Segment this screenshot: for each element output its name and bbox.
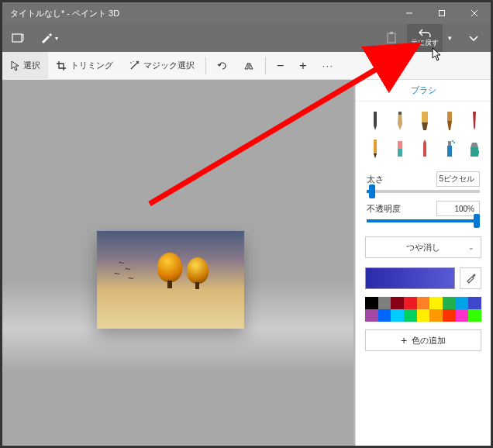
swatch[interactable]	[378, 297, 391, 309]
thickness-value[interactable]: 5ピクセル	[436, 171, 480, 187]
material-dropdown[interactable]: つや消し ⌄	[365, 236, 481, 258]
swatch[interactable]	[443, 309, 456, 322]
brush-preset-button[interactable]: ▾	[33, 24, 64, 52]
menu-button[interactable]	[2, 24, 33, 52]
swatch[interactable]	[468, 297, 481, 309]
opacity-label: 不透明度	[367, 203, 401, 215]
rotate-tool[interactable]	[209, 52, 236, 80]
svg-rect-5	[388, 33, 395, 43]
zoom-out[interactable]: −	[269, 52, 291, 80]
swatch[interactable]	[468, 309, 481, 322]
brush-calligraphy[interactable]	[390, 109, 410, 133]
eyedropper-button[interactable]	[460, 267, 481, 289]
brush-watercolor[interactable]	[440, 109, 460, 133]
swatch[interactable]	[417, 309, 430, 322]
svg-rect-11	[447, 112, 452, 121]
svg-rect-14	[398, 149, 402, 157]
brush-eraser[interactable]	[390, 137, 410, 160]
expand-ribbon-button[interactable]	[457, 24, 491, 52]
close-button[interactable]	[458, 2, 491, 24]
svg-rect-9	[398, 112, 402, 115]
svg-rect-13	[398, 141, 402, 149]
swatch[interactable]	[391, 309, 404, 322]
brush-marker[interactable]	[365, 109, 385, 133]
more-tools[interactable]: ···	[315, 52, 342, 80]
pointer-icon	[10, 60, 19, 71]
svg-rect-19	[471, 147, 478, 157]
chevron-down-icon: ⌄	[468, 243, 474, 251]
color-palette	[365, 297, 481, 322]
brush-tool-grid	[356, 102, 491, 165]
crop-icon	[56, 60, 67, 71]
swatch[interactable]	[404, 297, 417, 309]
svg-point-18	[453, 142, 455, 143]
swatch[interactable]	[404, 309, 417, 322]
swatch[interactable]	[365, 309, 378, 322]
svg-point-8	[133, 60, 133, 61]
brush-pen[interactable]	[464, 109, 484, 133]
svg-point-17	[452, 140, 453, 142]
svg-rect-4	[12, 34, 22, 42]
svg-rect-6	[390, 32, 393, 34]
brush-spray[interactable]	[440, 137, 460, 160]
svg-marker-12	[374, 153, 377, 158]
swatch[interactable]	[378, 309, 391, 322]
title-bar: タイトルなし* - ペイント 3D	[2, 2, 491, 24]
thickness-slider[interactable]	[367, 190, 480, 193]
swatch[interactable]	[391, 297, 404, 309]
brush-crayon[interactable]	[415, 137, 435, 160]
brush-pencil[interactable]	[365, 137, 385, 160]
magic-select-tool[interactable]: マジック選択	[121, 52, 202, 80]
balloon-1	[157, 253, 182, 282]
crop-tool[interactable]: トリミング	[48, 52, 121, 80]
flip-tool[interactable]	[236, 52, 262, 80]
swatch[interactable]	[456, 309, 469, 322]
plus-icon: +	[401, 334, 407, 346]
undo-dropdown[interactable]: ▾	[443, 24, 457, 52]
zoom-in[interactable]: +	[291, 52, 314, 80]
current-color[interactable]	[365, 267, 455, 289]
brush-panel: ブラシ 太さ 5ピクセル	[355, 80, 491, 446]
undo-label: 元に戻す	[411, 38, 439, 48]
opacity-slider[interactable]	[367, 219, 480, 222]
panel-title: ブラシ	[356, 80, 491, 102]
svg-rect-16	[448, 141, 451, 146]
svg-rect-15	[447, 146, 452, 157]
brush-oil[interactable]	[415, 109, 435, 133]
select-tool[interactable]: 選択	[2, 52, 48, 80]
window-title: タイトルなし* - ペイント 3D	[10, 8, 119, 19]
toolbar: 選択 トリミング マジック選択 − + ···	[2, 52, 491, 80]
minimize-button[interactable]	[393, 2, 426, 24]
swatch[interactable]	[443, 297, 456, 309]
paste-button[interactable]	[376, 24, 407, 52]
thickness-label: 太さ	[367, 174, 384, 185]
maximize-button[interactable]	[426, 2, 458, 24]
undo-button[interactable]: 元に戻す	[407, 24, 443, 52]
swatch[interactable]	[417, 297, 430, 309]
canvas-image[interactable]: 〜 〜 〜 〜	[97, 231, 244, 329]
header-row: ▾ 元に戻す ▾	[2, 24, 491, 52]
swatch[interactable]	[429, 297, 443, 309]
add-color-button[interactable]: + 色の追加	[365, 329, 481, 351]
svg-rect-10	[422, 112, 428, 122]
canvas-area[interactable]: 〜 〜 〜 〜	[2, 80, 353, 446]
svg-rect-1	[440, 11, 445, 16]
swatch[interactable]	[365, 297, 378, 309]
swatch[interactable]	[429, 309, 443, 322]
brush-fill[interactable]	[464, 137, 484, 160]
svg-point-7	[130, 62, 132, 64]
swatch[interactable]	[456, 297, 469, 309]
magic-icon	[129, 60, 140, 71]
balloon-2	[187, 257, 209, 284]
